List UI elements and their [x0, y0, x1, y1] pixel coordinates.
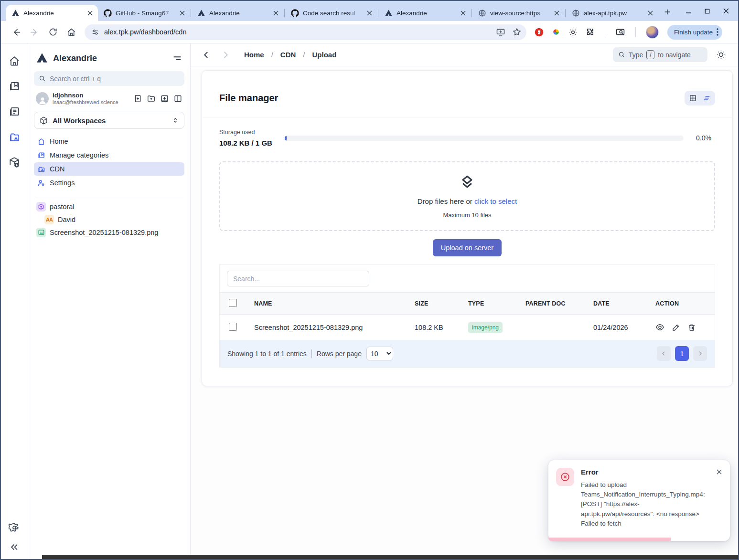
tab-title: view-source:https — [490, 10, 549, 17]
tab-search-icon[interactable] — [615, 27, 625, 37]
close-icon[interactable] — [86, 9, 94, 17]
sidebar-item-manage-categories[interactable]: Manage categories — [34, 148, 184, 162]
globe-icon — [478, 9, 486, 17]
select-all-checkbox[interactable] — [229, 299, 237, 307]
rail-bottom — [9, 522, 20, 552]
bottom-scrollbar[interactable] — [42, 555, 738, 559]
collapse-sidebar-icon[interactable] — [9, 542, 20, 552]
main-topbar: Home / CDN / Upload Type / to navigate — [191, 43, 738, 66]
user-row[interactable]: idjohnson isaac@freshbrewed.science — [34, 86, 184, 110]
rail-home-icon[interactable] — [8, 55, 21, 67]
storage-info: Storage used 108.2 KB / 1 GB — [219, 129, 272, 147]
view-eye-icon[interactable] — [655, 323, 664, 332]
close-window-icon[interactable] — [723, 8, 729, 14]
edit-pencil-icon[interactable] — [672, 323, 680, 332]
reload-icon[interactable] — [48, 27, 58, 37]
column-header-action[interactable]: ACTION — [648, 300, 715, 307]
tab-code-search[interactable]: Code search resul — [285, 5, 377, 21]
site-settings-icon[interactable] — [91, 28, 99, 36]
tab-alexandrie-2[interactable]: Alexandrie — [192, 5, 284, 21]
workspace-selector[interactable]: All Workspaces — [34, 112, 184, 129]
file-name[interactable]: Screenshot_20251215-081329.png — [246, 324, 407, 331]
file-dropzone[interactable]: Drop files here or click to select Maxim… — [219, 161, 715, 231]
delete-trash-icon[interactable] — [687, 323, 696, 332]
toggle-panel-icon[interactable] — [173, 94, 182, 103]
rail-documents-icon[interactable] — [8, 106, 21, 118]
breadcrumb-home[interactable]: Home — [244, 51, 264, 59]
breadcrumb-upload[interactable]: Upload — [312, 51, 337, 59]
rows-per-page-select[interactable]: 10 — [366, 347, 393, 360]
breadcrumb-cdn[interactable]: CDN — [280, 51, 296, 59]
home-icon[interactable] — [66, 27, 76, 37]
rail-packages-icon[interactable] — [8, 156, 21, 169]
new-tab-button[interactable] — [662, 7, 673, 17]
theme-toggle-sun-icon[interactable] — [716, 49, 727, 60]
sidebar-item-settings[interactable]: Settings — [34, 176, 184, 190]
tree-item-screenshot[interactable]: Screenshot_20251215-081329.png — [34, 226, 184, 239]
address-bar[interactable]: alex.tpk.pw/dashboard/cdn — [85, 24, 526, 40]
close-icon[interactable] — [272, 9, 280, 17]
tab-alex-api[interactable]: alex-api.tpk.pw — [566, 5, 658, 21]
font-icon: AA — [44, 215, 54, 224]
sparkle-extension-icon[interactable] — [568, 27, 578, 37]
rail-cdn-icon[interactable] — [8, 131, 21, 143]
import-icon[interactable] — [160, 94, 169, 103]
toast-close-icon[interactable] — [716, 469, 722, 475]
new-folder-icon[interactable] — [147, 94, 156, 103]
sidebar-search-input[interactable] — [50, 75, 180, 83]
back-icon[interactable] — [11, 27, 21, 37]
tab-github[interactable]: GitHub - Smaug67 — [98, 5, 190, 21]
prev-page-button[interactable] — [657, 346, 671, 361]
quick-navigate-search[interactable]: Type / to navigate — [613, 47, 707, 62]
sidebar-item-cdn[interactable]: CDN — [34, 162, 184, 176]
table-header: NAME SIZE TYPE PARENT DOC DATE ACTION — [220, 292, 715, 315]
row-checkbox[interactable] — [229, 323, 237, 331]
click-to-select-link[interactable]: click to select — [474, 197, 517, 205]
rail-categories-icon[interactable] — [8, 80, 21, 93]
nav-forward-icon[interactable] — [221, 51, 230, 59]
adblock-icon[interactable] — [534, 27, 544, 37]
tab-alexandrie-1[interactable]: Alexandrie — [6, 5, 98, 21]
tab-alexandrie-3[interactable]: Alexandrie — [379, 5, 471, 21]
profile-avatar[interactable] — [646, 26, 659, 39]
column-header-type[interactable]: TYPE — [461, 300, 518, 307]
dropzone-text: Drop files here or click to select — [418, 197, 517, 205]
minimize-icon[interactable] — [685, 8, 692, 14]
next-page-button[interactable] — [693, 346, 707, 361]
tree-item-david[interactable]: AA David — [34, 213, 184, 226]
table-search-input[interactable] — [227, 271, 369, 286]
extensions-puzzle-icon[interactable] — [585, 27, 595, 37]
toast-body: Error Failed to upload Teams_Notificatio… — [581, 468, 722, 528]
close-icon[interactable] — [178, 9, 186, 17]
sidebar-search[interactable] — [34, 71, 184, 86]
sidebar-item-home[interactable]: Home — [34, 135, 184, 148]
column-header-name[interactable]: NAME — [246, 300, 407, 307]
browser-menu-icon[interactable] — [717, 28, 718, 36]
tab-view-source[interactable]: view-source:https — [472, 5, 565, 21]
column-header-parent-doc[interactable]: PARENT DOC — [518, 300, 586, 307]
tree-item-pastoral[interactable]: pastoral — [34, 200, 184, 213]
close-icon[interactable] — [553, 9, 561, 17]
nav-back-icon[interactable] — [202, 51, 211, 59]
grid-view-icon[interactable] — [689, 94, 697, 102]
column-header-size[interactable]: SIZE — [407, 300, 461, 307]
finish-update-button[interactable]: Finish update — [667, 25, 722, 40]
upload-on-server-button[interactable]: Upload on server — [433, 239, 502, 256]
browser-window: { "colors": { "accent_indigo": "#5a66c5"… — [0, 0, 739, 560]
list-view-icon[interactable] — [703, 94, 711, 102]
url-text[interactable]: alex.tpk.pw/dashboard/cdn — [104, 28, 491, 36]
install-icon[interactable] — [496, 27, 505, 37]
page-1-button[interactable]: 1 — [675, 346, 689, 361]
column-header-date[interactable]: DATE — [586, 300, 648, 307]
bookmark-star-icon[interactable] — [512, 27, 522, 37]
new-document-icon[interactable] — [133, 94, 142, 103]
maximize-icon[interactable] — [704, 8, 710, 14]
photos-extension-icon[interactable] — [551, 27, 561, 37]
close-icon[interactable] — [646, 9, 654, 17]
tab-separator — [191, 9, 191, 17]
close-icon[interactable] — [459, 9, 467, 17]
sidebar-menu-icon[interactable] — [172, 53, 182, 63]
settings-gear-icon[interactable] — [9, 522, 20, 533]
forward-icon[interactable] — [30, 27, 40, 37]
close-icon[interactable] — [365, 9, 374, 17]
